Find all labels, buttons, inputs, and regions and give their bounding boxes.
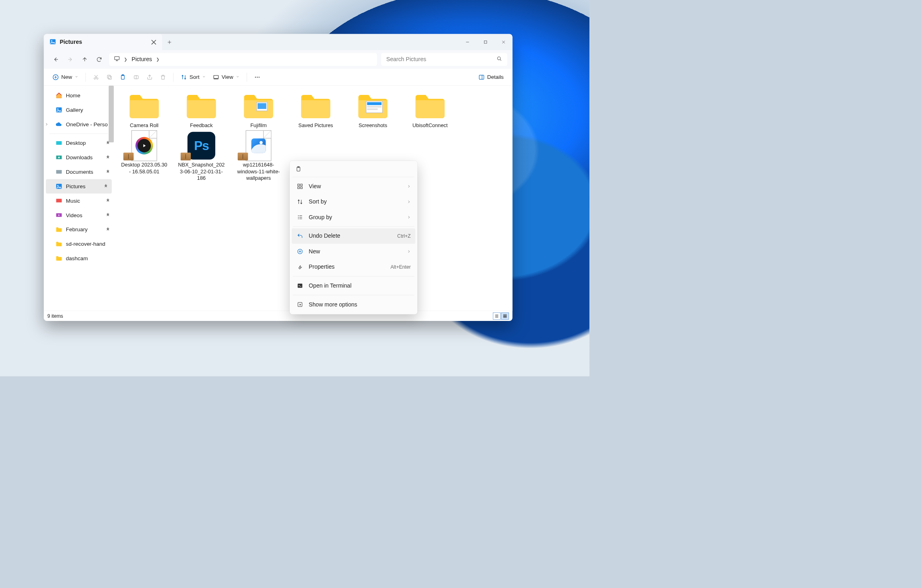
context-open-terminal[interactable]: Open in Terminal bbox=[292, 278, 415, 293]
archive-badge-icon bbox=[238, 153, 248, 160]
context-undo-delete[interactable]: Undo DeleteCtrl+Z bbox=[292, 228, 415, 244]
cut-button[interactable] bbox=[91, 72, 102, 83]
folder-fujifilm[interactable]: Fujifilm bbox=[233, 90, 284, 130]
tab-close-button[interactable] bbox=[149, 38, 158, 47]
folder-camera-roll[interactable]: Camera Roll bbox=[118, 90, 170, 130]
context-view[interactable]: View bbox=[292, 179, 415, 194]
sidebar-item-videos[interactable]: Videos bbox=[44, 208, 114, 222]
context-paste-button[interactable] bbox=[292, 163, 415, 175]
list-view-button[interactable] bbox=[493, 313, 501, 320]
svg-rect-39 bbox=[298, 184, 299, 186]
context-show-more[interactable]: Show more options bbox=[292, 297, 415, 312]
titlebar: Pictures bbox=[44, 34, 513, 50]
sidebar-item-gallery[interactable]: Gallery bbox=[44, 103, 114, 117]
home-icon bbox=[56, 92, 62, 99]
svg-point-16 bbox=[258, 77, 259, 78]
svg-rect-8 bbox=[108, 76, 111, 79]
sidebar-item-onedrive[interactable]: OneDrive - Perso bbox=[44, 117, 114, 132]
file-desktop-video[interactable]: Desktop 2023.05.30 - 16.58.05.01 bbox=[118, 130, 170, 183]
gallery-icon bbox=[56, 107, 62, 113]
up-button[interactable] bbox=[78, 52, 92, 66]
svg-rect-33 bbox=[503, 315, 505, 316]
search-placeholder: Search Pictures bbox=[386, 56, 426, 63]
minimize-button[interactable] bbox=[458, 34, 476, 50]
context-groupby[interactable]: Group by bbox=[292, 210, 415, 225]
refresh-button[interactable] bbox=[92, 52, 106, 66]
maximize-button[interactable] bbox=[476, 34, 494, 50]
svg-point-4 bbox=[497, 57, 501, 60]
breadcrumb-separator-icon: ❯ bbox=[156, 57, 159, 62]
expand-icon bbox=[297, 301, 304, 308]
sidebar-item-downloads[interactable]: Downloads bbox=[44, 150, 114, 165]
tab-pictures[interactable]: Pictures bbox=[44, 34, 162, 50]
file-nbx-snapshot[interactable]: PsNBX_Snapshot_2023-06-10_22-01-31-186 bbox=[175, 130, 227, 183]
context-properties[interactable]: PropertiesAlt+Enter bbox=[292, 259, 415, 274]
chevron-right-icon bbox=[407, 198, 411, 205]
window-buttons bbox=[458, 34, 512, 50]
sidebar-item-dashcam[interactable]: dashcam bbox=[44, 251, 114, 266]
delete-button[interactable] bbox=[157, 72, 169, 83]
svg-rect-32 bbox=[367, 109, 377, 110]
back-button[interactable] bbox=[49, 52, 63, 66]
svg-rect-9 bbox=[107, 75, 111, 78]
music-icon bbox=[56, 197, 62, 204]
sidebar-item-sdrecover[interactable]: sd-recover-hand bbox=[44, 237, 114, 251]
context-sortby[interactable]: Sort by bbox=[292, 194, 415, 210]
folder-icon bbox=[413, 92, 447, 120]
sidebar-item-documents[interactable]: Documents bbox=[44, 165, 114, 179]
undo-icon bbox=[297, 232, 304, 240]
context-new[interactable]: New bbox=[292, 244, 415, 259]
sidebar-item-pictures[interactable]: Pictures bbox=[46, 179, 112, 193]
body: Home Gallery OneDrive - Perso Desktop Do… bbox=[44, 86, 513, 310]
folder-screenshots[interactable]: Screenshots bbox=[347, 90, 399, 130]
terminal-icon bbox=[297, 282, 304, 289]
svg-rect-34 bbox=[505, 315, 507, 316]
item-count: 9 items bbox=[47, 313, 63, 319]
pin-icon bbox=[105, 212, 110, 218]
file-wp-wallpaper[interactable]: wp12161648-windows-11-white-wallpapers bbox=[233, 130, 284, 183]
divider bbox=[293, 276, 414, 277]
icon-view-button[interactable] bbox=[501, 313, 509, 320]
expand-icon[interactable] bbox=[45, 121, 48, 127]
separator bbox=[247, 72, 247, 82]
sidebar-item-home[interactable]: Home bbox=[44, 88, 114, 103]
view-button[interactable]: View bbox=[210, 72, 242, 83]
details-pane-button[interactable]: Details bbox=[476, 72, 507, 83]
chevron-right-icon bbox=[407, 183, 411, 190]
folder-saved-pictures[interactable]: Saved Pictures bbox=[290, 90, 342, 130]
forward-button[interactable] bbox=[63, 52, 77, 66]
address-bar[interactable]: ❯ Pictures ❯ bbox=[109, 53, 377, 66]
plus-circle-icon bbox=[297, 248, 304, 255]
close-button[interactable] bbox=[494, 34, 513, 50]
toolbar: New Sort View Details bbox=[44, 69, 513, 86]
videos-icon bbox=[56, 212, 62, 219]
more-button[interactable] bbox=[251, 72, 263, 83]
rename-button[interactable] bbox=[130, 72, 142, 83]
chevron-right-icon bbox=[407, 214, 411, 221]
search-input[interactable]: Search Pictures bbox=[381, 53, 507, 66]
file-explorer-window: Pictures ❯ Pictures ❯ Search Pictures bbox=[44, 34, 513, 321]
chevron-right-icon bbox=[407, 248, 411, 255]
cloud-icon bbox=[56, 121, 62, 128]
copy-button[interactable] bbox=[104, 72, 115, 83]
svg-rect-17 bbox=[479, 75, 484, 79]
sidebar-item-music[interactable]: Music bbox=[44, 193, 114, 208]
wrench-icon bbox=[297, 263, 304, 271]
folder-icon bbox=[128, 92, 161, 120]
share-button[interactable] bbox=[144, 72, 155, 83]
folder-ubisoftconnect[interactable]: UbisoftConnect bbox=[404, 90, 456, 130]
sidebar-item-desktop[interactable]: Desktop bbox=[44, 136, 114, 150]
svg-rect-40 bbox=[301, 184, 302, 186]
svg-point-15 bbox=[257, 77, 258, 78]
new-tab-button[interactable] bbox=[162, 34, 177, 50]
breadcrumb-location[interactable]: Pictures bbox=[132, 56, 152, 63]
documents-icon bbox=[56, 169, 62, 175]
folder-icon bbox=[56, 241, 62, 247]
pin-icon bbox=[105, 226, 110, 232]
sort-icon bbox=[297, 198, 304, 206]
paste-button[interactable] bbox=[117, 72, 128, 83]
sort-button[interactable]: Sort bbox=[178, 72, 208, 83]
new-button[interactable]: New bbox=[50, 72, 81, 83]
sidebar-item-february[interactable]: February bbox=[44, 222, 114, 237]
folder-feedback[interactable]: Feedback bbox=[175, 90, 227, 130]
